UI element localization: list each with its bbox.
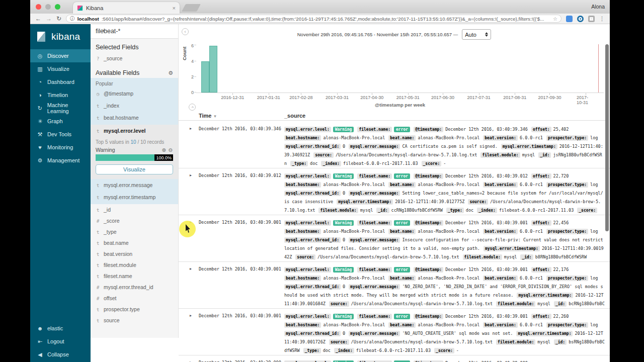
tab-close-icon[interactable]: × — [173, 5, 176, 11]
field-item-source[interactable]: tsource — [91, 315, 178, 326]
time-column-header[interactable]: Time ▼ — [199, 113, 217, 119]
field-item-fileset-name[interactable]: tfileset.name — [91, 270, 178, 282]
scrollbar-thumb[interactable] — [605, 44, 609, 231]
forward-button[interactable]: → — [46, 16, 52, 22]
field-value-row: Warning ⊕ ⊖ — [91, 145, 178, 154]
sidebar-item-ml[interactable]: ↻Machine Learning — [30, 102, 91, 115]
sidebar-item-management[interactable]: ⚙Management — [30, 154, 91, 167]
address-bar[interactable]: ⓘ localhost:5601/app/kibana#/discover?_g… — [66, 15, 561, 23]
source-field-name: beat.version: — [483, 229, 518, 234]
field-item--score[interactable]: #_score — [91, 215, 178, 226]
sidebar-footer-logout[interactable]: ⇤Logout — [30, 335, 91, 348]
source-field-value: log — [590, 135, 598, 140]
field-item-offset[interactable]: #offset — [91, 293, 178, 304]
source-field-value: log — [590, 276, 598, 281]
source-field-name: beat.name: — [388, 276, 416, 281]
row-expand-toggle-icon[interactable]: ▸ — [190, 173, 192, 177]
field-item-prospector-type[interactable]: tprospector.type — [91, 304, 178, 315]
filter-for-value-icon[interactable]: ⊕ — [162, 147, 166, 153]
field-item-mysql-error-message[interactable]: tmysql.error.message — [91, 179, 178, 191]
highlighted-value-badge: error — [394, 127, 410, 132]
row-source: mysql.error.level:Warningfileset.name:er… — [284, 219, 605, 261]
minimize-window-button[interactable] — [45, 4, 51, 10]
field-name: mysql.error.timestamp — [104, 194, 155, 200]
source-field-name: fileset.module: — [480, 152, 520, 158]
source-field-value: - — [443, 161, 446, 166]
sidebar-item-monitoring[interactable]: ♥Monitoring — [30, 141, 91, 154]
source-field-value: December 12th 2016, 03:40:39.001 — [445, 267, 528, 272]
field-item-mysql-error-level[interactable]: t mysql.error.level — [91, 125, 178, 137]
zoom-window-button[interactable] — [55, 4, 60, 10]
sidebar-item-dashboard[interactable]: ◔Dashboard — [30, 75, 91, 88]
close-window-button[interactable] — [36, 4, 41, 10]
row-expand-toggle-icon[interactable]: ▸ — [190, 126, 192, 131]
doc-table-header: Time ▼ _source — [179, 113, 606, 121]
sidebar-item-discover[interactable]: ◎Discover — [30, 49, 91, 62]
source-field-value: 22,260 — [553, 314, 569, 319]
field-item-fileset-module[interactable]: tfileset.module — [91, 259, 178, 270]
source-field-name: beat.version: — [483, 182, 518, 188]
field-type-icon: ? — [96, 56, 100, 61]
window-controls[interactable] — [36, 4, 60, 10]
field-name: mysql.error.message — [104, 182, 152, 188]
browser-profile-name: Alona — [591, 4, 605, 10]
extension-icon-1[interactable] — [566, 16, 573, 22]
field-item-beat-hostname[interactable]: tbeat.hostname — [91, 112, 178, 124]
interval-select[interactable]: Auto — [462, 29, 491, 40]
index-pattern-selector[interactable]: filebeat-* ▼ — [91, 24, 178, 39]
field-item-mysql-error-thread-id[interactable]: #mysql.error.thread_id — [91, 282, 178, 293]
field-item--source[interactable]: ?_source — [91, 52, 178, 64]
row-expand-toggle-icon[interactable]: ▸ — [190, 313, 192, 318]
bookmark-star-icon[interactable]: ☆ — [553, 16, 557, 22]
sidebar-item-timelion[interactable]: ◑Timelion — [30, 88, 91, 102]
field-item--timestamp[interactable]: ◷@timestamp — [91, 87, 178, 100]
source-field-value: alonas-MacBook-Pro.local — [323, 229, 385, 234]
row-expand-toggle-icon[interactable]: ▸ — [190, 360, 192, 362]
source-field-value: doc — [323, 348, 331, 353]
source-field-name: prospector.type: — [546, 135, 588, 141]
field-item-mysql-error-timestamp[interactable]: tmysql.error.timestamp — [91, 191, 178, 203]
source-field-name: mysql.error.message: — [349, 284, 400, 290]
sidebar-item-label: Visualize — [47, 66, 69, 72]
extension-icon-3[interactable] — [588, 16, 595, 22]
sidebar-item-visualize[interactable]: ▥Visualize — [30, 62, 91, 75]
source-field-value: 6.0.0-rc1 — [520, 135, 543, 140]
back-button[interactable]: ← — [35, 16, 41, 22]
new-tab-button[interactable] — [182, 4, 201, 12]
sidebar-item-label: Timelion — [47, 92, 68, 98]
field-type-icon: t — [96, 229, 100, 235]
source-field-name: prospector.type: — [546, 276, 588, 281]
field-settings-gear-icon[interactable]: ⚙ — [168, 70, 173, 76]
browser-menu-icon[interactable]: ⋮ — [599, 16, 605, 22]
row-expand-toggle-icon[interactable]: ▸ — [190, 266, 192, 271]
histogram-chart[interactable]: 02462016-12-312017-01-312017-02-282017-0… — [196, 43, 604, 93]
sidebar-footer-elastic[interactable]: ☻elastic — [30, 322, 91, 335]
field-type-icon: t — [96, 274, 100, 279]
page-info-icon[interactable]: ⓘ — [70, 16, 75, 22]
sidebar-item-devtools[interactable]: ⚒Dev Tools — [30, 128, 91, 141]
highlighted-value-badge: error — [394, 314, 410, 319]
sidebar-footer-collapse[interactable]: ◀Collapse — [30, 348, 91, 361]
source-field-value: log — [590, 229, 598, 234]
browser-tab-kibana[interactable]: Kibana × — [73, 2, 180, 14]
field-item-beat-name[interactable]: tbeat.name — [91, 237, 178, 248]
histogram-bar[interactable] — [201, 61, 209, 93]
source-field-value: 6.0.0-rc1 — [520, 322, 543, 327]
kibana-favicon — [77, 5, 83, 11]
row-source: mysql.error.level:Warningfileset.name:er… — [284, 312, 605, 355]
field-type-icon: # — [96, 285, 100, 290]
histogram-bar[interactable] — [209, 46, 217, 93]
sidebar-item-graph[interactable]: ✳Graph — [30, 115, 91, 128]
field-item-beat-version[interactable]: tbeat.version — [91, 248, 178, 259]
field-item--index[interactable]: t_index — [91, 100, 178, 112]
field-item--type[interactable]: t_type — [91, 226, 178, 237]
visualize-button[interactable]: Visualize — [96, 164, 173, 174]
reload-button[interactable]: ↻ — [56, 16, 61, 22]
mouse-cursor-highlight — [179, 221, 196, 237]
source-field-value: alonas-MacBook-Pro.local — [323, 182, 385, 187]
field-item--id[interactable]: t_id — [91, 204, 178, 215]
extension-icon-2[interactable] — [577, 16, 584, 22]
kibana-app: kibana ◎Discover▥Visualize◔Dashboard◑Tim… — [30, 24, 610, 362]
collapse-chart-button[interactable]: ‹ — [189, 104, 196, 111]
filter-out-value-icon[interactable]: ⊖ — [169, 147, 173, 153]
